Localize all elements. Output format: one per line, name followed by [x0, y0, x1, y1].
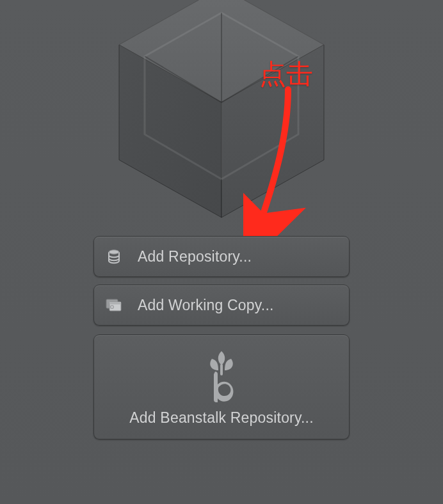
annotation-arrow-icon	[243, 83, 307, 243]
add-working-copy-label: Add Working Copy...	[138, 297, 274, 314]
app-logo-icon	[106, 0, 337, 230]
svg-rect-11	[111, 306, 113, 307]
annotation-label: 点击	[259, 56, 313, 92]
welcome-panel: 点击 Add Repository...	[0, 0, 443, 504]
action-buttons: Add Repository... Add Working Copy...	[93, 236, 350, 447]
database-icon	[106, 248, 122, 265]
svg-rect-8	[109, 302, 121, 304]
beanstalk-icon	[199, 348, 244, 406]
add-beanstalk-label: Add Beanstalk Repository...	[129, 409, 314, 427]
svg-rect-12	[220, 364, 223, 375]
add-beanstalk-button[interactable]: Add Beanstalk Repository...	[93, 335, 350, 439]
svg-marker-0	[119, 0, 324, 102]
working-copy-icon	[106, 297, 122, 313]
svg-marker-1	[119, 45, 222, 217]
svg-marker-3	[119, 0, 324, 102]
add-working-copy-button[interactable]: Add Working Copy...	[93, 285, 350, 326]
svg-marker-2	[222, 45, 324, 217]
add-repository-label: Add Repository...	[138, 248, 252, 265]
add-repository-button[interactable]: Add Repository...	[93, 236, 350, 277]
